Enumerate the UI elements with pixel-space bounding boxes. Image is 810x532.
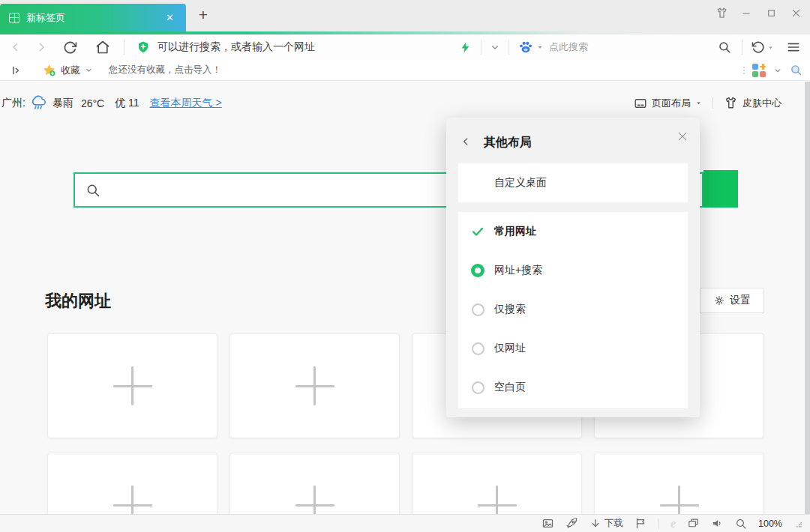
scrollbar[interactable] [805,82,810,514]
plus-icon [113,366,152,405]
speaker-icon[interactable] [711,517,724,530]
toolbar-separator [742,40,742,55]
search-submit-button[interactable] [704,170,738,208]
skin-shirt-icon [724,96,738,110]
caret-down-icon[interactable] [767,44,774,51]
layout-options-list: 常用网址 网址+搜索 仅搜索 仅网址 空白页 [458,212,688,408]
download-label[interactable]: 下载 [604,517,623,530]
chevron-down-icon[interactable] [84,65,94,75]
page-tools: 页面布局 皮肤中心 [634,96,782,110]
radio-unselected-icon [471,381,484,394]
zoom-level[interactable]: 100% [758,519,782,529]
tab-bar: 新标签页 ✕ + [0,0,810,31]
bookmarks-bar: 收藏 您还没有收藏，点击导入！ [0,60,810,81]
address-toolbar: 可以进行搜索，或者输入一个网址 点此搜索 [0,34,810,60]
settings-label: 设置 [730,294,751,307]
skin-shirt-icon[interactable] [715,6,728,19]
popup-header: 其他布局 [446,118,700,163]
home-icon[interactable] [95,40,110,55]
window-restore-icon[interactable] [687,517,700,530]
add-site-card[interactable] [47,333,218,438]
zoom-search-icon[interactable] [735,518,747,530]
bookmarks-empty-hint[interactable]: 您还没有收藏，点击导入！ [109,64,221,76]
option-jin-wangzhi[interactable]: 仅网址 [458,329,688,368]
chevron-down-icon[interactable] [489,41,501,53]
address-input[interactable]: 可以进行搜索，或者输入一个网址 [158,40,315,54]
radio-unselected-icon [471,342,484,355]
newtab-page: 广州: 暴雨 26°C 优 11 查看本周天气 > 页面布局 皮肤中心 [0,82,810,514]
statusbar-separator [658,519,659,529]
resize-grip-icon[interactable] [794,519,802,528]
ie-compat-icon[interactable]: e [670,517,676,531]
popup-title: 其他布局 [484,135,532,151]
back-icon[interactable] [9,40,22,54]
search-icon [86,183,100,198]
skin-center-button[interactable]: 皮肤中心 [742,97,782,110]
caret-down-icon [695,100,702,106]
other-layouts-popup: 其他布局 自定义桌面 常用网址 网址+搜索 [446,118,700,417]
weather-city: 广州: [2,97,26,110]
my-sites-title: 我的网址 [45,290,111,312]
status-bar: 下载 e 100% [0,514,810,532]
rain-cloud-icon [30,95,46,112]
tab-favicon-icon [9,13,20,23]
radio-unselected-icon [471,303,484,316]
active-tab[interactable]: 新标签页 ✕ [0,4,186,31]
theme-accent-strip [0,31,810,34]
flag-banner-icon[interactable] [634,517,647,530]
search-here-hint[interactable]: 点此搜索 [549,40,588,54]
custom-desktop-option[interactable]: 自定义桌面 [458,163,688,202]
popup-close-icon[interactable] [676,130,688,142]
weather-condition: 暴雨 [52,97,74,110]
toolbar-separator [124,40,124,55]
download-icon[interactable]: 下载 [590,517,623,530]
tab-title: 新标签页 [26,11,166,25]
settings-button[interactable]: 设置 [700,288,764,313]
boost-rocket-icon[interactable] [566,517,578,530]
option-jin-sousuo[interactable]: 仅搜索 [458,290,688,329]
gear-icon [713,294,725,306]
custom-desktop-label: 自定义桌面 [494,176,547,190]
page-layout-button[interactable]: 页面布局 [652,97,691,110]
tools-separator [712,97,713,109]
page-layout-icon [634,97,647,110]
quick-access-lightning-icon[interactable] [459,41,472,54]
add-site-card[interactable] [230,333,400,438]
search-icon[interactable] [718,40,731,54]
weather-temperature: 26°C [81,97,104,109]
toolbar-separator [481,40,482,55]
refresh-icon[interactable] [63,40,77,55]
forward-icon[interactable] [34,40,48,54]
browser-window: 新标签页 ✕ + [0,0,810,532]
security-shield-icon[interactable] [136,40,150,54]
option-kongbaiye[interactable]: 空白页 [458,368,688,407]
back-chevron-icon[interactable] [460,136,471,147]
undo-history-icon[interactable] [752,40,765,54]
option-changyong-wangzhi[interactable]: 常用网址 [458,212,688,251]
window-controls [715,6,802,19]
plus-icon [296,366,334,405]
check-icon [471,225,484,238]
more-dots-icon[interactable] [743,67,745,74]
minimize-icon[interactable] [740,6,753,19]
chevron-down-icon[interactable] [772,65,783,76]
menu-hamburger-icon[interactable] [786,40,801,55]
close-icon[interactable] [789,6,802,19]
option-wangzhi-sousuo[interactable]: 网址+搜索 [458,251,688,290]
weather-forecast-link[interactable]: 查看本周天气 > [150,97,222,110]
toolbar-separator [508,40,509,55]
sidebar-toggle-icon[interactable] [10,64,22,76]
weather-strip: 广州: 暴雨 26°C 优 11 查看本周天气 > [2,95,222,112]
zoom-search-icon[interactable] [790,64,802,76]
caret-down-icon[interactable] [536,43,544,51]
search-engine-paw-icon[interactable] [518,40,533,55]
new-tab-button[interactable]: + [194,5,213,25]
tab-close-icon[interactable]: ✕ [166,12,174,23]
favorites-label[interactable]: 收藏 [61,64,80,77]
screenshot-image-icon[interactable] [542,517,554,530]
radio-selected-icon [471,264,484,277]
weather-air-quality: 优 11 [115,97,139,110]
app-grid-icon[interactable] [752,64,766,77]
favorites-star-icon[interactable] [42,63,56,77]
maximize-icon[interactable] [764,6,778,19]
